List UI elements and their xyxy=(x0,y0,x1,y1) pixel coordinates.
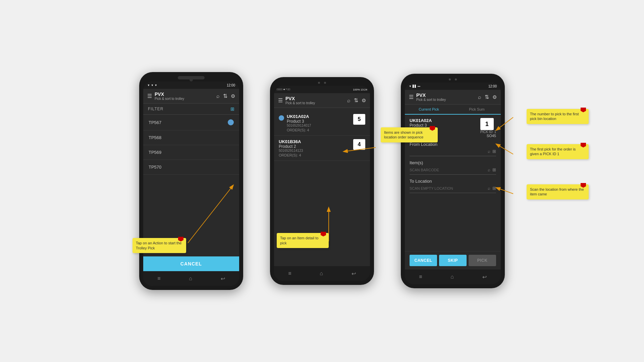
sort-icon-3[interactable]: ⇅ xyxy=(485,94,489,100)
app-header-2: ☰ PVX Pick & sort to trolley ⌕ ⇅ ⚙ xyxy=(274,93,370,108)
callout-flag-qty xyxy=(581,108,586,112)
callout-pick-id: The first pick for the order is given a … xyxy=(527,144,589,159)
status-right-2: 100% 13:24 xyxy=(353,88,367,91)
scan-barcode-row: SCAN BARCODE ⌕ ⊞ xyxy=(410,165,496,175)
phone-3-speaker-l xyxy=(449,78,451,80)
scan-barcode-search-icon[interactable]: ⌕ xyxy=(488,167,490,172)
app-name-3: PVX xyxy=(416,93,475,98)
callout-pick-order: Items are shown in pick location order s… xyxy=(381,127,438,142)
scan-barcode-grid-icon[interactable]: ⊞ xyxy=(492,167,496,172)
trolley-item-tp567[interactable]: TP567 xyxy=(143,115,239,130)
filter-label: FILTER xyxy=(148,107,163,111)
phone-1: ▼▼▼ 12:00 ☰ PVX Pick & sort to trolley ⌕… xyxy=(139,72,243,290)
menu-icon-1[interactable]: ☰ xyxy=(147,93,152,99)
phone-2: □□□□ ★ * □□ 100% 13:24 ☰ PVX Pick & sort… xyxy=(270,77,374,285)
tab-current-pick[interactable]: Current Pick xyxy=(405,105,453,115)
callout-trolley-pick: Tap on an Action to start the Trolley Pi… xyxy=(132,238,186,253)
action-bar: CANCEL SKIP PICK xyxy=(405,251,501,269)
pick-item-1[interactable]: UK01A02A Product 3 5016529114017 ORDER(S… xyxy=(274,111,370,136)
phone-2-top xyxy=(274,81,370,84)
menu-icon-3[interactable]: ☰ xyxy=(409,94,414,100)
sort-icon-1[interactable]: ⇅ xyxy=(223,93,227,99)
tab-bar-3: Current Pick Pick Sum xyxy=(405,105,501,115)
cancel-button-1[interactable]: CANCEL xyxy=(143,256,239,271)
app-name-1: PVX xyxy=(155,92,214,97)
from-location-search-icon[interactable]: ⌕ xyxy=(488,149,490,154)
status-left-1: ▼▼▼ xyxy=(147,84,157,87)
pick-barcode-1: 5016529114017 xyxy=(287,124,351,127)
header-title-1: PVX Pick & sort to trolley xyxy=(155,92,214,101)
status-left-icons-2: □□□□ ★ * □□ xyxy=(277,88,290,91)
filter-grid-icon[interactable]: ⊞ xyxy=(230,106,234,112)
to-location-placeholder: SCAN EMPTY LOCATION xyxy=(410,186,486,190)
nav-home-2[interactable]: ⌂ xyxy=(320,270,323,277)
pick-code-1: UK01A02A xyxy=(287,114,351,119)
pick-orders-2: ORDER(S): 4 xyxy=(279,153,351,157)
trolley-dot-tp567 xyxy=(228,119,234,125)
trolley-item-tp570[interactable]: TP570 xyxy=(143,160,239,175)
filter-bar: FILTER ⊞ xyxy=(143,104,239,115)
items-section: Item(s) SCAN BARCODE ⌕ ⊞ xyxy=(410,159,496,175)
tab-pick-sum[interactable]: Pick Sum xyxy=(453,105,501,114)
sort-icon-2[interactable]: ⇅ xyxy=(354,97,358,104)
nav-menu-3[interactable]: ≡ xyxy=(419,274,422,280)
app-sub-3: Pick & sort to trolley xyxy=(416,98,475,102)
nav-home-3[interactable]: ⌂ xyxy=(450,274,454,280)
nav-back-1[interactable]: ↩ xyxy=(221,276,225,282)
to-location-search-icon[interactable]: ⌕ xyxy=(488,186,490,191)
to-location-grid-icon[interactable]: ⊞ xyxy=(492,186,496,191)
phone-3-screen: ▼▋▋▪▪▪ 12:00 ☰ PVX Pick & sort to trolle… xyxy=(405,82,501,284)
callout-pick-qty: The number to pick to the first pick bin… xyxy=(527,109,589,124)
trolley-label-tp570: TP570 xyxy=(149,165,234,170)
pick-barcode-2: 5016529114123 xyxy=(279,149,351,153)
nav-back-3[interactable]: ↩ xyxy=(482,274,487,280)
pick-orders-1: ORDER(S): 4 xyxy=(287,128,351,132)
header-icons-3: ⌕ ⇅ ⚙ xyxy=(478,94,497,100)
nav-home-1[interactable]: ⌂ xyxy=(189,276,192,282)
phone-2-speaker-l xyxy=(318,82,320,84)
detail-qty: 1 xyxy=(480,118,494,130)
app-sub-2: Pick & sort to trolley xyxy=(285,101,344,105)
skip-button[interactable]: SKIP xyxy=(439,255,467,266)
callout-flag-scan xyxy=(581,183,586,188)
nav-menu-2[interactable]: ≡ xyxy=(288,270,291,277)
bottom-nav-1: ≡ ⌂ ↩ xyxy=(143,271,239,286)
phone-2-speaker-r xyxy=(324,82,326,84)
trolley-item-tp568[interactable]: TP568 xyxy=(143,130,239,145)
trolley-item-tp569[interactable]: TP569 xyxy=(143,145,239,160)
search-icon-2[interactable]: ⌕ xyxy=(347,98,351,104)
gear-icon-2[interactable]: ⚙ xyxy=(362,98,366,104)
app-name-2: PVX xyxy=(285,96,344,101)
app-header-3: ☰ PVX Pick & sort to trolley ⌕ ⇅ ⚙ xyxy=(405,90,501,105)
pick-code-2: UK01B36A xyxy=(279,139,351,144)
pick-qty-2: 4 xyxy=(353,139,365,150)
trolley-label-tp569: TP569 xyxy=(149,150,234,155)
pick-item-2[interactable]: UK01B36A Product 2 5016529114123 ORDER(S… xyxy=(274,136,370,161)
callout-flag-order xyxy=(430,126,435,131)
status-bar-1: ▼▼▼ 12:00 xyxy=(143,81,239,89)
to-location-section: To Location SCAN EMPTY LOCATION ⌕ ⊞ xyxy=(410,177,496,193)
header-title-2: PVX Pick & sort to trolley xyxy=(285,96,344,105)
callout-flag-pid xyxy=(581,143,586,147)
phone-3-top xyxy=(405,78,501,80)
phone-3-speaker-r xyxy=(455,78,457,80)
nav-menu-1[interactable]: ≡ xyxy=(157,276,160,282)
gear-icon-1[interactable]: ⚙ xyxy=(231,93,235,99)
pick-item-2-info: UK01B36A Product 2 5016529114123 ORDER(S… xyxy=(279,139,351,157)
nav-back-2[interactable]: ↩ xyxy=(352,270,356,277)
bottom-nav-3: ≡ ⌂ ↩ xyxy=(405,269,501,284)
bottom-nav-2: ≡ ⌂ ↩ xyxy=(274,266,370,281)
callout-tap-item: Tap on an Item detail to pick xyxy=(277,233,329,248)
detail-code: UK01A02A xyxy=(410,118,434,123)
cancel-button-3[interactable]: CANCEL xyxy=(410,255,437,266)
header-icons-2: ⌕ ⇅ ⚙ xyxy=(347,97,366,104)
trolley-label-tp568: TP568 xyxy=(149,135,234,140)
gear-icon-3[interactable]: ⚙ xyxy=(492,94,497,100)
search-icon-3[interactable]: ⌕ xyxy=(478,94,481,100)
from-location-label: From Location xyxy=(410,142,496,147)
search-icon-1[interactable]: ⌕ xyxy=(216,93,220,99)
menu-icon-2[interactable]: ☰ xyxy=(278,97,283,104)
status-left-3: ▼▋▋▪▪▪ xyxy=(409,85,420,88)
from-location-grid-icon[interactable]: ⊞ xyxy=(492,149,496,154)
pick-name-2: Product 2 xyxy=(279,144,351,149)
